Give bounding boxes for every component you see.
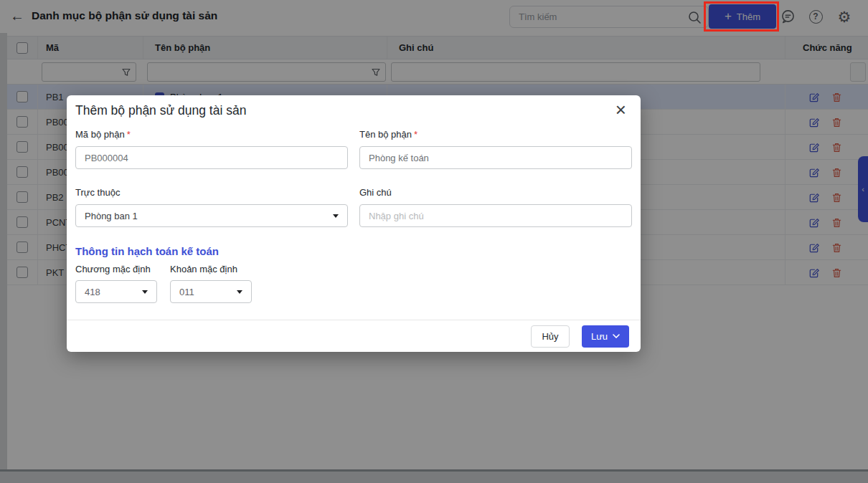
chapter-label: Chương mặc định <box>75 264 151 274</box>
account-label: Khoản mặc định <box>170 264 237 274</box>
name-input[interactable] <box>359 146 632 169</box>
note-label: Ghi chú <box>359 187 392 198</box>
code-label-text: Mã bộ phận <box>75 129 125 140</box>
close-icon[interactable]: × <box>615 98 626 123</box>
required-mark: * <box>414 129 418 140</box>
modal-footer: Hủy Lưu <box>67 320 641 352</box>
name-label: Tên bộ phận* <box>359 129 418 140</box>
chevron-down-icon <box>333 214 339 218</box>
name-label-text: Tên bộ phận <box>359 129 412 140</box>
parent-dropdown-value: Phòng ban 1 <box>85 211 138 221</box>
cancel-button[interactable]: Hủy <box>531 325 570 348</box>
chapter-dropdown[interactable]: 418 <box>75 280 157 303</box>
accounting-section-title: Thông tin hạch toán kế toán <box>75 245 219 257</box>
required-mark: * <box>127 129 131 140</box>
code-input[interactable] <box>75 146 348 169</box>
parent-label: Trực thuộc <box>75 187 120 198</box>
save-button-label: Lưu <box>591 331 608 342</box>
chevron-down-icon <box>142 290 148 294</box>
note-input[interactable] <box>359 204 632 227</box>
account-dropdown-value: 011 <box>179 287 194 297</box>
chapter-dropdown-value: 418 <box>85 287 100 297</box>
account-dropdown[interactable]: 011 <box>170 280 252 303</box>
parent-dropdown[interactable]: Phòng ban 1 <box>75 204 348 227</box>
modal-title: Thêm bộ phận sử dụng tài sản <box>75 103 246 118</box>
code-label: Mã bộ phận* <box>75 129 131 140</box>
add-department-modal: Thêm bộ phận sử dụng tài sản × Mã bộ phậ… <box>67 95 641 352</box>
chevron-down-icon <box>613 334 620 338</box>
save-button[interactable]: Lưu <box>582 325 629 348</box>
chevron-down-icon <box>237 290 242 294</box>
